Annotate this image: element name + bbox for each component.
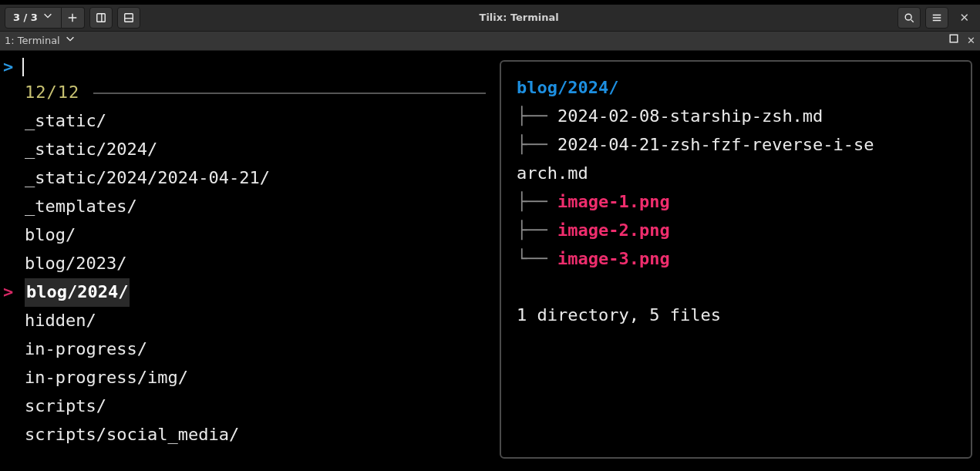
- terminal-body[interactable]: > 12/12 _static/_static/2024/_static/202…: [0, 51, 980, 466]
- tree-entry: ├── 2024-02-08-starship-zsh.md: [517, 103, 955, 131]
- list-item[interactable]: _static/: [0, 107, 500, 136]
- split-right-icon: [96, 12, 106, 23]
- text-cursor: [22, 58, 24, 76]
- close-pane-button[interactable]: ✕: [967, 32, 975, 49]
- close-icon: ✕: [959, 11, 969, 25]
- list-item[interactable]: in-progress/img/: [0, 364, 500, 392]
- image-file: image-1.png: [557, 188, 670, 216]
- fzf-prompt-line: >: [0, 56, 500, 79]
- titlebar-right: ✕: [897, 7, 975, 29]
- new-session-button[interactable]: [62, 7, 85, 29]
- list-item[interactable]: _templates/: [0, 193, 500, 221]
- preview-pane: blog/2024/ ├── 2024-02-08-starship-zsh.m…: [500, 60, 972, 459]
- titlebar: 3 / 3 Tilix: Terminal: [0, 0, 980, 31]
- prompt-symbol: >: [3, 53, 13, 81]
- image-file: image-2.png: [557, 217, 670, 244]
- list-item[interactable]: _static/2024/2024-04-21/: [0, 164, 500, 193]
- tab-label: 1: Terminal: [5, 32, 60, 49]
- list-item-label: _static/2024/: [25, 136, 157, 163]
- split-right-button[interactable]: [89, 7, 113, 29]
- tree-root: blog/2024/: [517, 74, 955, 103]
- list-item-label: blog/: [25, 221, 76, 249]
- markdown-file: 2024-04-21-zsh-fzf-reverse-i-se: [557, 131, 874, 159]
- list-item[interactable]: scripts/social_media/: [0, 421, 500, 449]
- window-title: Tilix: Terminal: [145, 9, 894, 25]
- close-icon: ✕: [967, 35, 975, 46]
- tree-summary: 1 directory, 5 files: [517, 301, 955, 329]
- svg-point-2: [906, 14, 912, 20]
- list-item-label: hidden/: [25, 307, 96, 335]
- list-item[interactable]: scripts/: [0, 392, 500, 421]
- search-icon: [904, 12, 914, 23]
- fzf-count-line: 12/12: [0, 79, 500, 107]
- tab-controls: ✕: [948, 32, 975, 49]
- list-item[interactable]: blog/2024/: [0, 278, 500, 307]
- hamburger-icon: [931, 12, 942, 23]
- tree-branch-icon: ├──: [517, 188, 557, 216]
- tree-branch-icon: ├──: [517, 131, 557, 159]
- chevron-down-icon: [42, 9, 53, 25]
- divider: [93, 93, 486, 94]
- svg-rect-0: [97, 14, 106, 22]
- tree-branch-icon: ├──: [517, 103, 557, 130]
- plus-icon: [67, 12, 78, 23]
- list-item[interactable]: blog/2023/: [0, 250, 500, 278]
- tree-entry: ├── image-1.png: [517, 188, 955, 217]
- list-item-label: _static/: [25, 107, 106, 135]
- list-item-label: _static/2024/2024-04-21/: [25, 164, 270, 192]
- match-count: 12/12: [25, 79, 79, 106]
- fzf-list: _static/_static/2024/_static/2024/2024-0…: [0, 107, 500, 449]
- tree-entries: ├── 2024-02-08-starship-zsh.md├── 2024-0…: [517, 103, 955, 274]
- tree-entry: ├── 2024-04-21-zsh-fzf-reverse-i-se: [517, 131, 955, 160]
- list-item-label: in-progress/img/: [25, 364, 188, 392]
- markdown-file: 2024-02-08-starship-zsh.md: [557, 103, 823, 130]
- list-item-label: _templates/: [25, 193, 137, 220]
- search-button[interactable]: [897, 7, 921, 29]
- list-item-label: scripts/: [25, 392, 106, 420]
- list-item-label: scripts/social_media/: [25, 421, 239, 449]
- tabstrip: 1: Terminal ✕: [0, 31, 980, 51]
- tree-branch-icon: ├──: [517, 217, 557, 244]
- split-down-button[interactable]: [117, 7, 140, 29]
- list-item[interactable]: _static/2024/: [0, 136, 500, 164]
- svg-rect-3: [950, 35, 958, 42]
- split-down-icon: [123, 12, 134, 23]
- session-group: 3 / 3: [5, 7, 85, 29]
- session-counter-text: 3 / 3: [13, 9, 38, 25]
- tree-entry: ├── image-2.png: [517, 217, 955, 245]
- tree-branch-icon: └──: [517, 245, 557, 273]
- list-item-label: in-progress/: [25, 335, 147, 363]
- session-counter[interactable]: 3 / 3: [5, 7, 62, 29]
- list-item[interactable]: hidden/: [0, 307, 500, 335]
- menu-button[interactable]: [925, 7, 948, 29]
- tree-entry-wrap: arch.md: [517, 160, 955, 188]
- list-item-label: blog/2024/: [25, 278, 130, 306]
- svg-rect-1: [125, 14, 133, 22]
- close-button[interactable]: ✕: [953, 8, 975, 28]
- tree-entry: └── image-3.png: [517, 245, 955, 274]
- terminal-tab[interactable]: 1: Terminal: [5, 32, 76, 49]
- chevron-down-icon: [65, 32, 76, 49]
- markdown-file: arch.md: [517, 160, 588, 187]
- maximize-pane-button[interactable]: [948, 32, 959, 49]
- tree-root-label: blog/2024/: [517, 74, 618, 102]
- maximize-icon: [948, 33, 959, 44]
- preview-wrapper: blog/2024/ ├── 2024-02-08-starship-zsh.m…: [500, 51, 980, 466]
- list-item[interactable]: in-progress/: [0, 335, 500, 364]
- image-file: image-3.png: [557, 245, 670, 273]
- list-item[interactable]: blog/: [0, 221, 500, 250]
- fzf-pane: > 12/12 _static/_static/2024/_static/202…: [0, 51, 500, 466]
- list-item-label: blog/2023/: [25, 250, 126, 278]
